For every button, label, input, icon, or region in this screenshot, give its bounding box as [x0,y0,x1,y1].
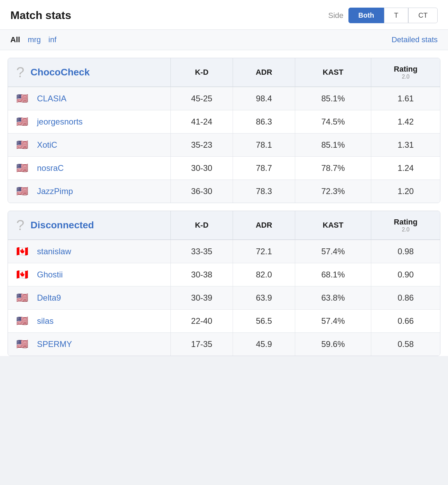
kast-xotic: 85.1% [295,134,371,156]
adr-clasia: 98.4 [233,87,295,110]
player-name-stanislaw[interactable]: stanislaw [37,247,71,256]
player-cell-silas: 🇺🇸 silas [8,310,170,332]
kast-nosrac: 78.7% [295,157,371,180]
rating-clasia: 1.61 [371,87,440,110]
kd-jeorgesnorts: 41-24 [170,110,233,133]
side-label: Side [328,11,344,20]
flag-us-spermy: 🇺🇸 [16,339,31,349]
flag-ca-ghostii: 🇨🇦 [16,269,31,280]
kd-xotic: 35-23 [170,134,233,156]
player-name-silas[interactable]: silas [37,316,54,326]
adr-stanislaw: 72.1 [233,240,295,263]
adr-xotic: 78.1 [233,134,295,156]
col-header-kast-chococheck: KAST [295,58,371,86]
player-row-nosrac: 🇺🇸 nosraC 30-30 78.7 78.7% 1.24 [8,156,440,180]
main-container: Match stats Side Both T CT All mrg inf D… [0,0,448,356]
team-name-disconnected: Disconnected [30,220,94,231]
kast-jazzpimp: 72.3% [295,180,371,203]
player-row-jeorgesnorts: 🇺🇸 jeorgesnorts 41-24 86.3 74.5% 1.42 [8,110,440,133]
rating-spermy: 0.58 [371,333,440,356]
player-cell-delta9: 🇺🇸 Delta9 [8,286,170,309]
adr-nosrac: 78.7 [233,157,295,180]
side-btn-ct[interactable]: CT [408,8,438,23]
kd-delta9: 30-39 [170,286,233,309]
player-row-jazzpimp: 🇺🇸 JazzPimp 36-30 78.3 72.3% 1.20 [8,180,440,203]
player-name-nosrac[interactable]: nosraC [37,163,64,173]
flag-us-silas: 🇺🇸 [16,316,31,326]
player-row-delta9: 🇺🇸 Delta9 30-39 63.9 63.8% 0.86 [8,286,440,309]
adr-ghostii: 82.0 [233,263,295,286]
team-name-chococheck: ChocoCheck [30,67,90,78]
col-header-adr-chococheck: ADR [233,58,295,86]
side-btn-both[interactable]: Both [348,8,384,23]
player-name-ghostii[interactable]: Ghostii [37,270,63,280]
team-section-chococheck: ? ChocoCheck K-D ADR KAST Rating 2.0 🇺🇸 … [8,58,440,203]
kast-clasia: 85.1% [295,87,371,110]
player-cell-spermy: 🇺🇸 SPERMY [8,333,170,356]
kd-stanislaw: 33-35 [170,240,233,263]
flag-us-jazzpimp: 🇺🇸 [16,186,31,196]
player-name-spermy[interactable]: SPERMY [37,339,72,349]
kast-stanislaw: 57.4% [295,240,371,263]
detailed-stats-link[interactable]: Detailed stats [392,35,438,44]
kd-clasia: 45-25 [170,87,233,110]
filter-tab-inf[interactable]: inf [48,35,56,44]
rating-ghostii: 0.90 [371,263,440,286]
kast-delta9: 63.8% [295,286,371,309]
player-row-clasia: 🇺🇸 CLASIA 45-25 98.4 85.1% 1.61 [8,87,440,110]
col-header-rating-chococheck: Rating 2.0 [371,58,440,86]
header: Match stats Side Both T CT [0,0,448,30]
player-cell-ghostii: 🇨🇦 Ghostii [8,263,170,286]
player-name-jeorgesnorts[interactable]: jeorgesnorts [37,117,83,127]
kd-silas: 22-40 [170,310,233,332]
col-header-rating-disconnected: Rating 2.0 [371,211,440,239]
kast-spermy: 59.6% [295,333,371,356]
kast-silas: 57.4% [295,310,371,332]
player-row-ghostii: 🇨🇦 Ghostii 30-38 82.0 68.1% 0.90 [8,263,440,286]
player-name-jazzpimp[interactable]: JazzPimp [37,186,73,196]
side-btn-t[interactable]: T [384,8,408,23]
player-name-clasia[interactable]: CLASIA [37,94,66,103]
kast-ghostii: 68.1% [295,263,371,286]
player-cell-stanislaw: 🇨🇦 stanislaw [8,240,170,263]
col-header-kd-disconnected: K-D [170,211,233,239]
team-name-cell-disconnected: ? Disconnected [8,211,170,239]
player-name-delta9[interactable]: Delta9 [37,293,61,303]
filter-tab-all[interactable]: All [10,35,20,44]
team-logo-placeholder-disconnected: ? [16,218,24,232]
col-header-kd-chococheck: K-D [170,58,233,86]
player-name-xotic[interactable]: XotiC [37,140,57,150]
adr-spermy: 45.9 [233,333,295,356]
team-name-cell-chococheck: ? ChocoCheck [8,58,170,86]
adr-delta9: 63.9 [233,286,295,309]
team-logo-placeholder-chococheck: ? [16,65,24,80]
rating-jeorgesnorts: 1.42 [371,110,440,133]
kd-jazzpimp: 36-30 [170,180,233,203]
player-row-spermy: 🇺🇸 SPERMY 17-35 45.9 59.6% 0.58 [8,332,440,356]
player-cell-xotic: 🇺🇸 XotiC [8,134,170,156]
flag-us-xotic: 🇺🇸 [16,140,31,150]
filter-row: All mrg inf Detailed stats [0,30,448,50]
player-cell-jeorgesnorts: 🇺🇸 jeorgesnorts [8,110,170,133]
flag-us-clasia: 🇺🇸 [16,93,31,104]
kd-spermy: 17-35 [170,333,233,356]
adr-jeorgesnorts: 86.3 [233,110,295,133]
player-row-xotic: 🇺🇸 XotiC 35-23 78.1 85.1% 1.31 [8,133,440,156]
filter-tab-mrg[interactable]: mrg [28,35,41,44]
rating-nosrac: 1.24 [371,157,440,180]
flag-us-jeorgesnorts: 🇺🇸 [16,117,31,127]
side-button-group: Both T CT [348,8,438,23]
col-header-adr-disconnected: ADR [233,211,295,239]
page-title: Match stats [10,9,328,22]
kd-ghostii: 30-38 [170,263,233,286]
player-cell-nosrac: 🇺🇸 nosraC [8,157,170,180]
flag-us-nosrac: 🇺🇸 [16,163,31,173]
kd-nosrac: 30-30 [170,157,233,180]
player-row-silas: 🇺🇸 silas 22-40 56.5 57.4% 0.66 [8,309,440,332]
rating-delta9: 0.86 [371,286,440,309]
flag-ca-stanislaw: 🇨🇦 [16,246,31,257]
team-header-chococheck: ? ChocoCheck K-D ADR KAST Rating 2.0 [8,58,440,87]
team-section-disconnected: ? Disconnected K-D ADR KAST Rating 2.0 🇨… [8,211,440,356]
rating-silas: 0.66 [371,310,440,332]
flag-us-delta9: 🇺🇸 [16,293,31,303]
